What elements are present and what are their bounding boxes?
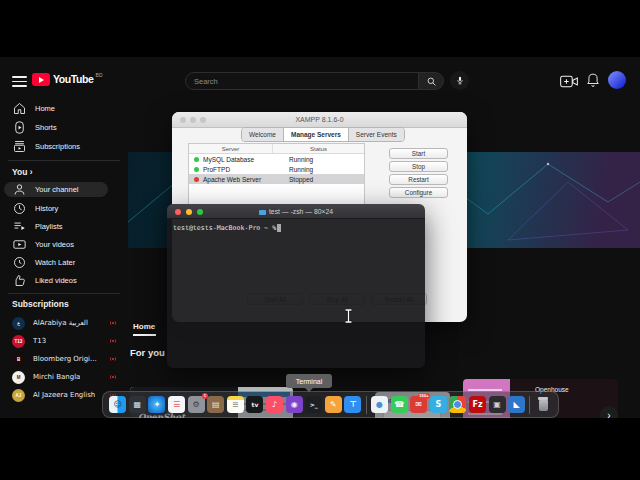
person-icon	[12, 182, 27, 197]
table-row-apache[interactable]: Apache Web Server Stopped	[189, 174, 364, 184]
carousel-next-button[interactable]: ›	[600, 406, 618, 418]
sidebar-item-your-videos[interactable]: Your videos	[0, 236, 126, 253]
youtube-logo[interactable]: YouTube BD	[32, 73, 103, 86]
window-title: XAMPP 8.1.6-0	[172, 116, 467, 123]
system-settings-icon[interactable]: ⚙1	[188, 396, 205, 413]
channel-tab-home[interactable]: Home	[133, 322, 155, 331]
section-title: For you	[130, 347, 165, 358]
apple-tv-icon[interactable]: tv	[246, 396, 263, 413]
sidebar-label: Subscriptions	[35, 142, 80, 151]
launchpad-icon[interactable]: ▦	[129, 396, 146, 413]
your-videos-icon	[12, 237, 27, 252]
mail-icon[interactable]: ✉150+	[410, 396, 427, 413]
column-server: Server	[189, 144, 273, 153]
music-icon[interactable]: ♪	[266, 396, 283, 413]
quicktime-icon[interactable]: ▣	[489, 396, 506, 413]
terminal-prompt: test@tests-MacBook-Pro ~ %	[173, 224, 281, 232]
screen: Home For you OpenShot 3:13 VIDEO 1:05	[0, 0, 640, 480]
sidebar-item-liked-videos[interactable]: Liked videos	[0, 272, 126, 289]
configure-button[interactable]: Configure	[389, 187, 448, 198]
sidebar-item-your-channel[interactable]: Your channel	[4, 182, 108, 197]
divider	[8, 160, 120, 161]
tab-server-events[interactable]: Server Events	[349, 128, 404, 141]
channel-avatar: AJ	[12, 389, 25, 402]
live-badge-icon	[108, 318, 118, 328]
watch-later-icon	[12, 255, 27, 270]
channel-avatar: M	[12, 371, 25, 384]
voice-search-button[interactable]	[450, 71, 469, 90]
status-dot-stopped	[194, 177, 199, 182]
notification-badge: 150+	[418, 393, 430, 399]
subscriptions-header: Subscriptions	[12, 299, 69, 309]
chevron-right-icon: ›	[30, 167, 33, 177]
skype-icon[interactable]: S	[430, 396, 447, 413]
start-button[interactable]: Start	[389, 148, 448, 159]
create-video-icon[interactable]	[560, 75, 578, 88]
sidebar-item-history[interactable]: History	[0, 200, 126, 217]
notes-icon[interactable]: ≡	[227, 396, 244, 413]
status-dot-running	[194, 157, 199, 162]
podcasts-icon[interactable]: ◉	[286, 396, 303, 413]
sidebar-item-playlists[interactable]: Playlists	[0, 218, 126, 235]
trash-icon[interactable]	[535, 396, 552, 413]
search-icon	[426, 76, 437, 87]
xampp-titlebar[interactable]: XAMPP 8.1.6-0	[172, 112, 467, 128]
stop-button[interactable]: Stop	[389, 161, 448, 172]
playlists-icon	[12, 219, 27, 234]
menu-icon[interactable]	[12, 76, 27, 87]
terminal-icon[interactable]: >_	[305, 396, 322, 413]
subscription-alarabiya[interactable]: ع AlArabiya العربية	[0, 315, 126, 331]
table-row-mysql[interactable]: MySQL Database Running	[189, 154, 364, 164]
sidebar-label: Liked videos	[35, 276, 77, 285]
safari-icon[interactable]: ✦	[148, 396, 165, 413]
reminders-icon[interactable]: ☰	[168, 396, 185, 413]
search-input[interactable]	[194, 77, 410, 86]
dock-separator	[366, 396, 367, 414]
keynote-icon[interactable]: ⊤	[344, 396, 361, 413]
subscription-t13[interactable]: T13 T13	[0, 333, 126, 349]
subscription-bloomberg[interactable]: B Bloomberg Origi...	[0, 351, 126, 367]
sidebar-label: Shorts	[35, 123, 57, 132]
search-button[interactable]	[419, 72, 444, 90]
sidebar-item-subscriptions[interactable]: Subscriptions	[0, 138, 126, 155]
sidebar-section-you[interactable]: You ›	[12, 167, 33, 177]
shorts-icon	[12, 120, 27, 135]
filezilla-icon[interactable]: Fz	[469, 396, 486, 413]
subscription-mirchi-bangla[interactable]: M Mirchi Bangla	[0, 369, 126, 385]
notifications-bell-icon[interactable]	[586, 72, 600, 88]
letterbox-bottom	[0, 418, 640, 480]
sidebar-label: Watch Later	[35, 258, 75, 267]
tab-welcome[interactable]: Welcome	[242, 128, 284, 141]
dock-tooltip: Terminal	[286, 374, 332, 388]
finder-icon[interactable]: ☺	[109, 396, 126, 413]
folder-icon	[259, 210, 266, 215]
column-status: Status	[273, 144, 364, 153]
sidebar-item-watch-later[interactable]: Watch Later	[0, 254, 126, 271]
sidebar-label: Playlists	[35, 222, 63, 231]
dock: ☺▦✦☰⚙1▤≡tv♪◉>_✎⊤●☎✉150+SFz▣◣	[102, 391, 559, 418]
table-row-proftpd[interactable]: ProFTPD Running	[189, 164, 364, 174]
xampp-tab-bar: Welcome Manage Servers Server Events	[241, 127, 405, 142]
contacts-icon[interactable]: ▤	[207, 396, 224, 413]
vscode-icon[interactable]: ◣	[508, 396, 525, 413]
whatsapp-icon[interactable]: ☎	[391, 396, 408, 413]
microphone-icon	[455, 75, 465, 86]
tab-underline	[133, 334, 156, 336]
terminal-body[interactable]: test@tests-MacBook-Pro ~ %	[167, 219, 425, 368]
sidebar-label: Your channel	[35, 185, 79, 194]
terminal-titlebar[interactable]: test — -zsh — 80×24	[167, 204, 425, 219]
home-icon	[12, 101, 27, 116]
sidebar: Home Shorts Subscriptions You ›	[0, 97, 128, 418]
tab-manage-servers[interactable]: Manage Servers	[284, 128, 349, 141]
channel-avatar: B	[12, 353, 25, 366]
chrome-icon[interactable]	[449, 396, 466, 413]
restart-button[interactable]: Restart	[389, 174, 448, 185]
sidebar-item-shorts[interactable]: Shorts	[0, 119, 126, 136]
sidebar-label: Home	[35, 104, 55, 113]
maps-icon[interactable]: ●	[371, 396, 388, 413]
account-avatar[interactable]	[608, 71, 626, 89]
pages-icon[interactable]: ✎	[325, 396, 342, 413]
sidebar-item-home[interactable]: Home	[0, 100, 126, 117]
status-dot-running	[194, 167, 199, 172]
region-badge: BD	[96, 72, 103, 78]
